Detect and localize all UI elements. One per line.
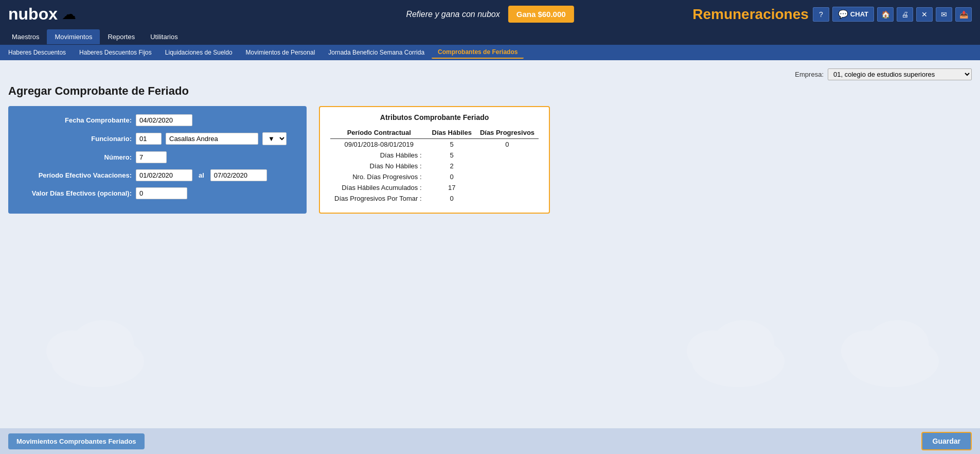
main-area: Fecha Comprobante: Funcionario: ▼ Número… [8,106,972,214]
period-dias-progresivos: 0 [476,139,539,150]
al-label: al [199,171,204,179]
attributes-table: Período Contractual Días Hábiles Días Pr… [330,127,539,204]
valor-input[interactable] [136,187,187,199]
subnav-haberes-fijos[interactable]: Haberes Descuentos Fijos [73,47,158,58]
attributes-title: Atributos Comprobante Feriado [330,113,539,121]
print-icon-button[interactable]: 🖨 [897,7,913,22]
logo-text: nubox [8,5,58,24]
logo-icon: ☁ [62,6,76,23]
page-title: Agregar Comprobante de Feriado [8,84,972,98]
period-dias-habiles: 5 [428,139,476,150]
page-content: Empresa: 01, colegio de estudios superio… [0,60,980,428]
col-dias-habiles: Días Hábiles [428,127,476,139]
attr-label-1: Días No Hábiles : [330,161,428,171]
nav-reportes[interactable]: Reportes [100,29,142,44]
periodo-row: Período Efectivo Vacaciones: al [19,169,296,181]
send-icon-button[interactable]: 📤 [955,7,972,22]
top-icons: ? 💬 CHAT 🏠 🖨 ✕ ✉ 📤 [813,7,972,22]
empresa-select[interactable]: 01, colegio de estudios superiores [828,68,972,80]
attr-value-0: 5 [428,150,476,161]
attr-row-1: Días No Hábiles : 2 [330,161,539,171]
subnav-comprobantes-feriados[interactable]: Comprobantes de Feriados [432,46,524,59]
nav-bar: Maestros Movimientos Reportes Utilitario… [0,28,980,45]
promo-button[interactable]: Gana $60.000 [508,6,574,23]
attr-value-2: 0 [428,171,476,182]
attr-row-0: Días Hábiles : 5 [330,150,539,161]
empresa-label: Empresa: [795,71,824,78]
attr-value-4: 0 [428,193,476,204]
chat-label: CHAT [850,10,868,18]
numero-row: Número: [19,151,296,163]
sub-nav: Haberes Descuentos Haberes Descuentos Fi… [0,45,980,60]
valor-label: Valor Días Efectivos (opcional): [19,189,132,197]
close-icon-button[interactable]: ✕ [916,7,933,22]
attr-row-2: Nro. Días Progresivos : 0 [330,171,539,182]
attr-row-3: Días Hábiles Acumulados : 17 [330,182,539,193]
col-periodo: Período Contractual [330,127,428,139]
attr-row-4: Días Progresivos Por Tomar : 0 [330,193,539,204]
logo-area: nubox ☁ [8,5,76,24]
subnav-haberes-descuentos[interactable]: Haberes Descuentos [2,47,72,58]
promo-area: Refiere y gana con nubox Gana $60.000 [406,6,574,23]
attr-value-3: 17 [428,182,476,193]
subnav-liquidaciones[interactable]: Liquidaciones de Sueldo [159,47,239,58]
attr-value-1: 2 [428,161,476,171]
valor-row: Valor Días Efectivos (opcional): [19,187,296,199]
col-dias-progresivos: Días Progresivos [476,127,539,139]
fecha-input[interactable] [136,114,192,126]
period-data-row: 09/01/2018-08/01/2019 5 0 [330,139,539,150]
attributes-panel: Atributos Comprobante Feriado Período Co… [319,106,550,214]
period-value: 09/01/2018-08/01/2019 [330,139,428,150]
periodo-hasta-input[interactable] [210,169,267,181]
attr-label-4: Días Progresivos Por Tomar : [330,193,428,204]
nav-utilitarios[interactable]: Utilitarios [142,29,185,44]
fecha-label: Fecha Comprobante: [19,116,132,124]
top-right-area: Remuneraciones ? 💬 CHAT 🏠 🖨 ✕ ✉ 📤 [692,6,972,23]
periodo-label: Período Efectivo Vacaciones: [19,171,132,179]
funcionario-select[interactable]: ▼ [262,132,287,145]
attr-label-3: Días Hábiles Acumulados : [330,182,428,193]
chat-icon: 💬 [838,9,848,19]
help-icon-button[interactable]: ? [813,7,829,22]
chat-button[interactable]: 💬 CHAT [832,7,874,22]
subnav-jornada[interactable]: Jornada Beneficio Semana Corrida [322,47,431,58]
mail-icon-button[interactable]: ✉ [936,7,952,22]
nav-movimientos[interactable]: Movimientos [47,29,100,44]
nav-maestros[interactable]: Maestros [4,29,47,44]
form-panel: Fecha Comprobante: Funcionario: ▼ Número… [8,106,307,214]
funcionario-label: Funcionario: [19,135,132,143]
attr-label-0: Días Hábiles : [330,150,428,161]
numero-label: Número: [19,153,132,161]
fecha-row: Fecha Comprobante: [19,114,296,126]
funcionario-row: Funcionario: ▼ [19,132,296,145]
subnav-movimientos-personal[interactable]: Movimientos de Personal [240,47,322,58]
periodo-desde-input[interactable] [136,169,192,181]
home-icon-button[interactable]: 🏠 [877,7,894,22]
attr-label-2: Nro. Días Progresivos : [330,171,428,182]
funcionario-id-input[interactable] [136,133,162,145]
empresa-row: Empresa: 01, colegio de estudios superio… [8,68,972,80]
remuneraciones-title: Remuneraciones [692,6,809,23]
promo-text: Refiere y gana con nubox [406,10,500,19]
funcionario-name-input[interactable] [166,133,258,145]
numero-input[interactable] [136,151,167,163]
top-header: nubox ☁ Refiere y gana con nubox Gana $6… [0,0,980,28]
